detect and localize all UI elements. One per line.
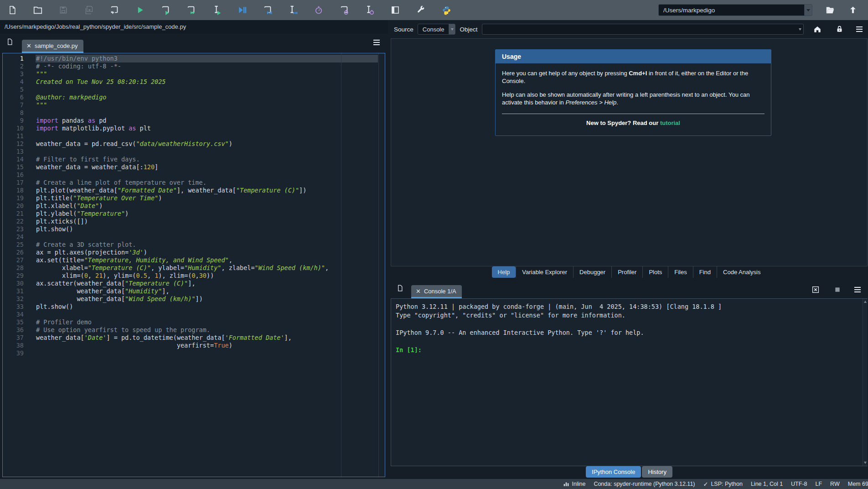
tutorial-link[interactable]: tutorial	[660, 120, 680, 126]
tab-variable-explorer[interactable]: Variable Explorer	[516, 266, 573, 278]
plots-backend-status[interactable]: Inline	[563, 481, 586, 487]
tab-debugger[interactable]: Debugger	[573, 266, 611, 278]
debug-cell-button[interactable]	[263, 5, 273, 15]
code-line[interactable]: 13	[3, 148, 385, 156]
code-line[interactable]: 19plt.title("Temperature Over Time")	[3, 194, 385, 202]
close-tab-icon[interactable]: ✕	[26, 44, 31, 48]
code-line[interactable]: 21plt.ylabel("Temperature")	[3, 210, 385, 218]
code-line[interactable]: 8	[3, 109, 385, 117]
panes-layout-button[interactable]	[390, 5, 400, 15]
tab-find[interactable]: Find	[693, 266, 717, 278]
close-console-icon[interactable]: ✕	[416, 289, 421, 294]
browse-tabs-button[interactable]	[6, 38, 13, 46]
help-source-dropdown[interactable]	[449, 24, 455, 34]
help-home-button[interactable]	[812, 24, 822, 34]
console-session-tab[interactable]: ✕ Console 1/A	[411, 285, 462, 298]
code-line[interactable]: 7"""	[3, 101, 385, 109]
code-line[interactable]: 4Created on Tue Nov 25 08:20:15 2025	[3, 78, 385, 86]
code-line[interactable]: 15weather_data = weather_data[:120]	[3, 163, 385, 171]
tab-help[interactable]: Help	[492, 266, 516, 278]
scroll-flag-area[interactable]	[378, 53, 385, 477]
code-line[interactable]: 26ax = plt.axes(projection='3d')	[3, 249, 385, 256]
save-button[interactable]	[58, 5, 68, 15]
code-editor[interactable]: 1#!/usr/bin/env python32# -*- coding: ut…	[2, 53, 385, 477]
object-dropdown[interactable]	[797, 24, 803, 34]
editor-file-tab[interactable]: ✕ sample_code.py	[22, 40, 83, 53]
code-line[interactable]: 11	[3, 132, 385, 140]
code-line[interactable]: 17# Create a line plot of temperature ov…	[3, 179, 385, 187]
code-line[interactable]: 37weather_data['Date'] = pd.to_datetime(…	[3, 334, 385, 342]
console-scrollbar[interactable]	[863, 299, 868, 466]
code-line[interactable]: 30ax.scatter(weather_data["Temperature (…	[3, 280, 385, 287]
profile-selection-button[interactable]	[365, 5, 375, 15]
scroll-down-icon[interactable]	[864, 462, 867, 464]
scroll-up-icon[interactable]	[864, 301, 867, 303]
working-directory-value[interactable]: /Users/markpedigo	[659, 7, 804, 14]
new-cell-button[interactable]	[109, 5, 119, 15]
save-all-button[interactable]	[84, 5, 94, 15]
code-line[interactable]: 29 xlim=(0, 21), ylim=(0.5, 1), zlim=(0,…	[3, 272, 385, 280]
close-window-button[interactable]	[811, 285, 821, 295]
python-environment-button[interactable]	[441, 5, 451, 15]
profile-file-button[interactable]	[314, 5, 324, 15]
preferences-button[interactable]	[416, 5, 426, 15]
debug-selection-button[interactable]	[288, 5, 298, 15]
code-line[interactable]: 2# -*- coding: utf-8 -*-	[3, 62, 385, 70]
console-options-button[interactable]	[854, 287, 861, 292]
code-line[interactable]: 23plt.show()	[3, 225, 385, 233]
help-source-value[interactable]: Console	[418, 26, 449, 33]
code-line[interactable]: 33plt.show()	[3, 303, 385, 311]
run-file-button[interactable]	[135, 5, 145, 15]
code-line[interactable]: 27ax.set(title="Temperature, Humidity, a…	[3, 256, 385, 264]
code-line[interactable]: 16	[3, 171, 385, 179]
working-directory-combobox[interactable]: /Users/markpedigo	[658, 4, 812, 16]
code-line[interactable]: 10import matplotlib.pyplot as plt	[3, 125, 385, 132]
code-line[interactable]: 14# Filter to first five days.	[3, 156, 385, 163]
tab-history[interactable]: History	[642, 466, 672, 478]
code-line[interactable]: 32 weather_data["Wind Speed (km/h)"])	[3, 295, 385, 303]
code-line[interactable]: 9import pandas as pd	[3, 117, 385, 125]
console-output[interactable]: Python 3.12.11 | packaged by conda-forge…	[391, 298, 868, 466]
help-source-select[interactable]: Console	[418, 24, 456, 35]
code-line[interactable]: 3"""	[3, 70, 385, 78]
lsp-status[interactable]: ✓LSP: Python	[703, 481, 743, 488]
tab-code-analysis[interactable]: Code Analysis	[717, 266, 766, 278]
code-line[interactable]: 18plt.plot(weather_data["Formatted Date"…	[3, 187, 385, 194]
tab-files[interactable]: Files	[668, 266, 692, 278]
console-prompt[interactable]: In [1]:	[396, 346, 860, 354]
browse-consoles-button[interactable]	[397, 284, 403, 292]
environment-status[interactable]: Conda: spyder-runtime (Python 3.12.11)	[594, 481, 695, 487]
code-line[interactable]: 6@author: markpedigo	[3, 94, 385, 101]
working-directory-dropdown[interactable]	[804, 5, 812, 16]
code-line[interactable]: 31 weather_data["Humidity"],	[3, 287, 385, 295]
code-line[interactable]: 22plt.xticks([])	[3, 218, 385, 225]
parent-directory-button[interactable]	[848, 5, 858, 15]
object-combobox[interactable]	[482, 24, 804, 35]
run-cell-button[interactable]	[160, 5, 170, 15]
code-line[interactable]: 1#!/usr/bin/env python3	[3, 55, 385, 62]
open-file-button[interactable]	[33, 5, 43, 15]
code-area[interactable]: 1#!/usr/bin/env python32# -*- coding: ut…	[3, 53, 385, 477]
debug-file-button[interactable]	[237, 5, 247, 15]
code-line[interactable]: 36# Use option yearfirst to speed up the…	[3, 326, 385, 334]
code-line[interactable]: 28 xlabel="Temperature (C)", ylabel="Hum…	[3, 264, 385, 272]
code-line[interactable]: 34	[3, 311, 385, 318]
code-line[interactable]: 39	[3, 349, 385, 357]
new-file-button[interactable]	[7, 5, 17, 15]
editor-options-button[interactable]	[373, 40, 380, 45]
code-line[interactable]: 35# Profiler demo	[3, 318, 385, 326]
code-line[interactable]: 24	[3, 233, 385, 241]
browse-working-directory-button[interactable]	[825, 5, 835, 15]
help-options-button[interactable]	[856, 26, 863, 32]
tab-plots[interactable]: Plots	[642, 266, 668, 278]
code-line[interactable]: 5	[3, 86, 385, 94]
code-line[interactable]: 38 yearfirst=True)	[3, 342, 385, 349]
help-lock-button[interactable]	[834, 24, 844, 34]
profile-cell-button[interactable]	[339, 5, 349, 15]
tab-ipython-console[interactable]: IPython Console	[586, 466, 641, 478]
run-selection-button[interactable]	[212, 5, 222, 15]
code-line[interactable]: 25# Create a 3D scatter plot.	[3, 241, 385, 249]
run-cell-advance-button[interactable]	[186, 5, 196, 15]
code-line[interactable]: 20plt.xlabel("Date")	[3, 202, 385, 210]
code-line[interactable]: 12weather_data = pd.read_csv("data/weath…	[3, 140, 385, 148]
